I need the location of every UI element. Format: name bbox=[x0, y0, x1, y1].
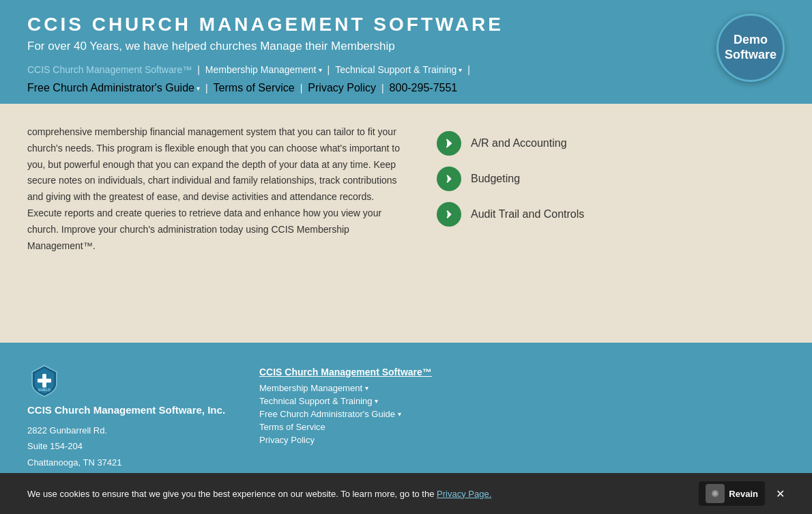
footer-address-line2: Suite 154-204 bbox=[27, 438, 232, 454]
feature-label-ar: A/R and Accounting bbox=[471, 137, 567, 149]
chevron-right-icon bbox=[443, 173, 455, 185]
cookie-text: We use cookies to ensure that we give yo… bbox=[27, 489, 491, 499]
close-icon[interactable]: ✕ bbox=[776, 487, 785, 500]
features-column: A/R and Accounting Budgeting Audit Trail… bbox=[437, 124, 710, 322]
feature-label-budgeting: Budgeting bbox=[471, 173, 520, 185]
footer-address-line1: 2822 Gunbarrell Rd. bbox=[27, 423, 232, 438]
cookie-bar: We use cookies to ensure that we give yo… bbox=[0, 473, 812, 514]
chevron-down-icon: ▾ bbox=[459, 66, 462, 74]
footer-nav-guide[interactable]: Free Church Administrator's Guide ▾ bbox=[259, 409, 785, 419]
body-paragraph: comprehensive membership financial manag… bbox=[27, 124, 409, 254]
site-subtitle: For over 40 Years, we have helped church… bbox=[27, 40, 785, 53]
nav-link-privacy[interactable]: Privacy Policy bbox=[308, 82, 376, 94]
header: CCIS CHURCH MANAGEMENT SOFTWARE For over… bbox=[0, 0, 812, 104]
nav-dropdown-support[interactable]: Technical Support & Training ▾ bbox=[335, 64, 462, 75]
feature-label-audit: Audit Trail and Controls bbox=[471, 208, 584, 220]
feature-icon-ar bbox=[437, 131, 461, 156]
nav-row-2: Free Church Administrator's Guide ▾ | Te… bbox=[27, 82, 785, 104]
revain-logo-icon bbox=[708, 487, 722, 500]
footer-nav-support[interactable]: Technical Support & Training ▾ bbox=[259, 396, 785, 406]
nav-phone: 800-295-7551 bbox=[390, 82, 458, 94]
body-text-column: comprehensive membership financial manag… bbox=[27, 124, 409, 322]
feature-item-ar: A/R and Accounting bbox=[437, 131, 710, 156]
svg-rect-1 bbox=[38, 379, 51, 383]
chevron-down-icon: ▾ bbox=[398, 410, 401, 418]
nav-dropdown-guide[interactable]: Free Church Administrator's Guide ▾ bbox=[27, 82, 200, 94]
revain-label: Revain bbox=[729, 489, 758, 499]
chevron-down-icon: ▾ bbox=[375, 397, 378, 405]
footer-nav-tos[interactable]: Terms of Service bbox=[259, 422, 785, 432]
svg-text:SHIELD: SHIELD bbox=[38, 388, 51, 392]
demo-button[interactable]: DemoSoftware bbox=[716, 14, 785, 82]
shield-logo-icon: SHIELD bbox=[27, 363, 61, 397]
site-title: CCIS CHURCH MANAGEMENT SOFTWARE bbox=[27, 14, 785, 35]
nav-row-1: CCIS Church Management Software™ | Membe… bbox=[27, 64, 785, 82]
chevron-down-icon: ▾ bbox=[319, 66, 322, 74]
nav-dropdown-membership[interactable]: Membership Management ▾ bbox=[205, 64, 322, 75]
footer-logo: SHIELD bbox=[27, 363, 232, 397]
feature-item-audit: Audit Trail and Controls bbox=[437, 202, 710, 227]
revain-badge[interactable]: Revain bbox=[699, 481, 765, 506]
feature-item-budgeting: Budgeting bbox=[437, 167, 710, 191]
nav-link-ccis[interactable]: CCIS Church Management Software™ bbox=[27, 64, 192, 75]
footer-nav-membership[interactable]: Membership Management ▾ bbox=[259, 383, 785, 393]
feature-icon-audit bbox=[437, 202, 461, 227]
footer-address-line3: Chattanooga, TN 37421 bbox=[27, 455, 232, 470]
svg-point-5 bbox=[714, 492, 717, 496]
cookie-privacy-link[interactable]: Privacy Page. bbox=[437, 489, 491, 499]
nav-link-tos[interactable]: Terms of Service bbox=[214, 82, 295, 94]
main-content: comprehensive membership financial manag… bbox=[0, 104, 812, 343]
chevron-down-icon: ▾ bbox=[197, 85, 200, 92]
footer-company-name: CCIS Church Management Software, Inc. bbox=[27, 404, 232, 416]
chevron-right-icon bbox=[443, 137, 455, 149]
chevron-right-icon bbox=[443, 208, 455, 220]
chevron-down-icon: ▾ bbox=[365, 384, 368, 392]
revain-icon bbox=[706, 484, 725, 503]
footer-nav-privacy[interactable]: Privacy Policy bbox=[259, 435, 785, 445]
footer-nav-title[interactable]: CCIS Church Management Software™ bbox=[259, 367, 785, 377]
feature-icon-budgeting bbox=[437, 167, 461, 191]
